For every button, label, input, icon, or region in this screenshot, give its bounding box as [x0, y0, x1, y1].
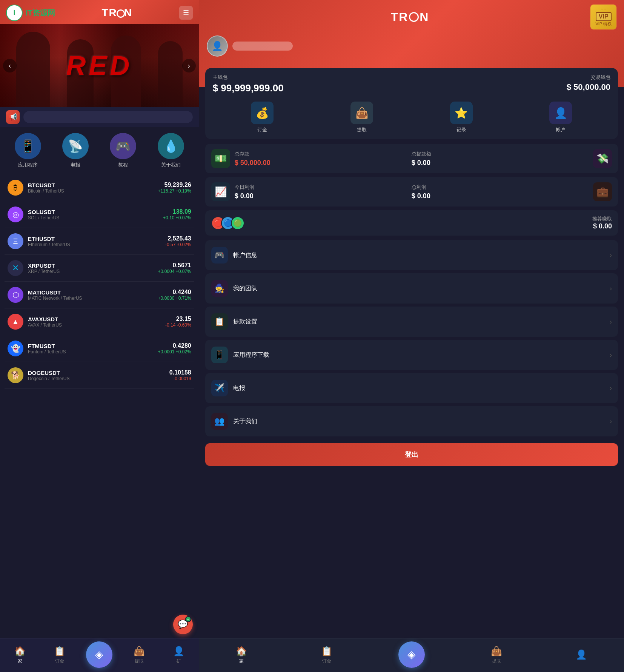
sol-price: 138.09 — [163, 208, 191, 215]
doge-icon: 🐕 — [8, 367, 23, 383]
ftm-info: FTMUSDT Fantom / TetherUS — [28, 343, 154, 354]
right-nav-home[interactable]: 🏠 家 — [199, 643, 284, 667]
withdraw-stats-icon: 💸 — [593, 149, 612, 168]
my-team-label: 我的团队 — [233, 285, 604, 293]
logout-button[interactable]: 登出 — [205, 443, 618, 466]
menu-my-team[interactable]: 🧙 我的团队 › — [205, 273, 618, 304]
menu-telegram[interactable]: ✈️ 电报 › — [205, 373, 618, 403]
vip-subtitle: VIP 特权 — [595, 21, 612, 27]
account-info-label: 帐户信息 — [233, 251, 604, 259]
wallet-card: 主钱包 交易钱包 $ 99,999,999.00 $ 50,000.00 💰 订… — [205, 68, 618, 139]
left-header: i IT资源网 TRN ☰ — [0, 0, 199, 24]
sol-price-area: 138.09 +0.10 +0.07% — [163, 208, 191, 220]
doge-pair: Dogecoin / TetherUS — [28, 376, 165, 381]
account-action-icon: 👤 — [549, 102, 572, 124]
referral-text-area: 推荐赚取 $ 0.00 — [433, 216, 612, 230]
about-icon: 💧 — [158, 133, 184, 159]
banner-next-button[interactable]: › — [182, 59, 196, 72]
app-download-icon: 📱 — [211, 347, 228, 363]
crypto-item-xrp[interactable]: ✕ XRPUSDT XRP / TetherUS 0.5671 +0.0004 … — [5, 255, 194, 282]
right-nav-mine[interactable]: 👤 — [539, 646, 624, 664]
deposit-action[interactable]: 💰 订金 — [251, 102, 274, 133]
menu-withdraw-settings[interactable]: 📋 提款设置 › — [205, 307, 618, 337]
right-nav-order[interactable]: 📋 订金 — [284, 643, 369, 667]
nav-apps[interactable]: 📱 应用程序 — [15, 133, 41, 168]
matic-symbol: MATICUSDT — [28, 289, 154, 296]
eth-icon: Ξ — [8, 233, 23, 249]
sol-symbol: SOLUSDT — [28, 209, 158, 215]
app-download-label: 应用程序下载 — [233, 351, 604, 359]
left-bottom-nav: 🏠 家 📋 订金 ◈ 👜 提取 👤 矿 — [0, 638, 199, 672]
menu-about-us[interactable]: 👥 关于我们 › — [205, 406, 618, 436]
eth-price: 2,525.43 — [165, 235, 191, 242]
avax-change: -0.14 -0.60% — [165, 322, 191, 328]
total-profit-item: 总利润 $ 0.00 — [412, 184, 589, 200]
crypto-item-btc[interactable]: ₿ BTCUSDT Bitcoin / TetherUS 59,239.26 +… — [5, 174, 194, 201]
crypto-item-avax[interactable]: ▲ AVAXUSDT AVAX / TetherUS 23.15 -0.14 -… — [5, 308, 194, 335]
withdraw-action[interactable]: 👜 提取 — [350, 102, 373, 133]
sol-info: SOLUSDT SOL / TetherUS — [28, 209, 158, 220]
sol-pair: SOL / TetherUS — [28, 215, 158, 220]
record-action[interactable]: ⭐ 记录 — [450, 102, 473, 133]
chat-bubble[interactable]: 💬 + — [173, 615, 193, 634]
btc-symbol: BTCUSDT — [28, 182, 154, 188]
left-nav-center[interactable]: ◈ — [80, 638, 119, 672]
account-action[interactable]: 👤 帐户 — [549, 102, 572, 133]
total-deposit-label: 总存款 — [235, 151, 412, 157]
main-wallet-amount: $ 99,999,999.00 — [213, 82, 284, 94]
banner-title: RED — [66, 50, 132, 81]
menu-section: 🎮 帐户信息 › 🧙 我的团队 › 📋 提款设置 › 📱 应用程序下载 › ✈️… — [199, 240, 624, 439]
left-nav-wallet[interactable]: 👜 提取 — [119, 643, 159, 667]
telegram-menu-icon: ✈️ — [211, 380, 228, 396]
right-wallet-label: 提取 — [492, 658, 501, 664]
total-profit-stats-icon: 💼 — [593, 182, 612, 201]
my-team-icon: 🧙 — [211, 280, 228, 297]
user-name-bar — [232, 42, 293, 51]
matic-price: 0.4240 — [158, 289, 191, 296]
trade-wallet-label: 交易钱包 — [591, 74, 610, 81]
wallet-icon: 👜 — [134, 646, 145, 657]
menu-account-info[interactable]: 🎮 帐户信息 › — [205, 240, 618, 270]
wallet-actions: 💰 订金 👜 提取 ⭐ 记录 👤 帐户 — [213, 102, 610, 133]
crypto-item-ftm[interactable]: 👻 FTMUSDT Fantom / TetherUS 0.4280 +0.00… — [5, 335, 194, 362]
btc-price-area: 59,239.26 +115.27 +0.19% — [158, 182, 191, 194]
menu-app-download[interactable]: 📱 应用程序下载 › — [205, 340, 618, 370]
left-nav-home[interactable]: 🏠 家 — [0, 643, 40, 667]
wallet-labels-row: 主钱包 交易钱包 — [213, 74, 610, 81]
left-panel: i IT资源网 TRN ☰ RED ‹ › 📢 — [0, 0, 199, 672]
stats-section: 💵 总存款 $ 50,000.00 总提款额 $ 0.00 💸 📈 今日利润 $… — [199, 139, 624, 240]
eth-symbol: ETHUSDT — [28, 236, 161, 242]
crypto-item-matic[interactable]: ⬡ MATICUSDT MATIC Network / TetherUS 0.4… — [5, 282, 194, 308]
nav-telegram[interactable]: 📡 电报 — [62, 133, 89, 168]
left-nav-order[interactable]: 📋 订金 — [40, 643, 79, 667]
ftm-change: +0.0001 +0.02% — [158, 349, 191, 354]
xrp-info: XRPUSDT XRP / TetherUS — [28, 262, 154, 274]
crypto-item-eth[interactable]: Ξ ETHUSDT Ethereum / TetherUS 2,525.43 -… — [5, 228, 194, 255]
announcement-bar: 📢 — [0, 107, 199, 127]
btc-icon: ₿ — [8, 180, 23, 196]
btc-pair: Bitcoin / TetherUS — [28, 188, 154, 194]
nav-about[interactable]: 💧 关于我们 — [158, 133, 184, 168]
xrp-icon: ✕ — [8, 260, 23, 276]
right-order-icon: 📋 — [321, 646, 332, 657]
about-us-label: 关于我们 — [233, 418, 604, 425]
banner-prev-button[interactable]: ‹ — [3, 59, 17, 72]
right-center-nav-icon: ◈ — [398, 641, 425, 668]
crypto-item-doge[interactable]: 🐕 DOGEUSDT Dogecoin / TetherUS 0.10158 -… — [5, 362, 194, 389]
right-nav-wallet[interactable]: 👜 提取 — [454, 643, 539, 667]
nav-tutorial[interactable]: 🎮 教程 — [110, 133, 136, 168]
order-icon: 📋 — [54, 646, 65, 657]
telegram-icon: 📡 — [62, 133, 89, 159]
left-nav-mine[interactable]: 👤 矿 — [159, 643, 198, 667]
stats-content-1: 总存款 $ 50,000.00 总提款额 $ 0.00 — [235, 151, 589, 167]
right-order-label: 订金 — [322, 658, 331, 664]
btc-change: +115.27 +0.19% — [158, 188, 191, 194]
vip-badge[interactable]: + + VIP VIP 特权 — [590, 5, 616, 29]
matic-icon: ⬡ — [8, 287, 23, 303]
matic-pair: MATIC Network / TetherUS — [28, 296, 154, 301]
ftm-pair: Fantom / TetherUS — [28, 349, 154, 354]
crypto-item-sol[interactable]: ◎ SOLUSDT SOL / TetherUS 138.09 +0.10 +0… — [5, 201, 194, 228]
menu-icon[interactable]: ☰ — [179, 6, 193, 20]
right-nav-center[interactable]: ◈ — [369, 638, 454, 672]
withdraw-settings-label: 提款设置 — [233, 318, 604, 326]
